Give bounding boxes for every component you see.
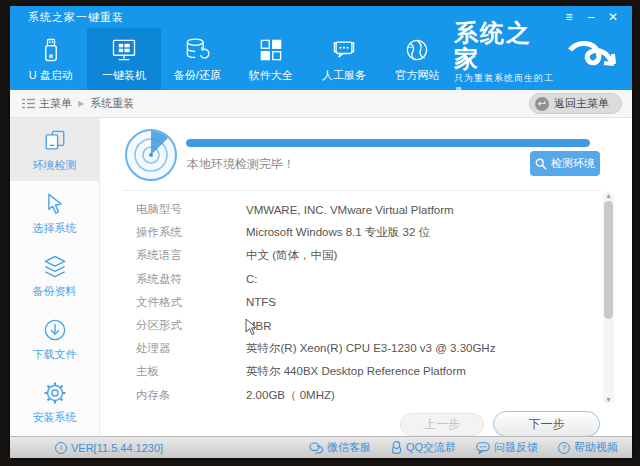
layers-icon [41,253,69,281]
system-info-table: 电脑型号 VMWARE, INC. VMware Virtual Platfor… [136,198,576,407]
sidebar-item-label: 环境检测 [33,158,77,173]
scroll-up-icon[interactable]: ▲ [603,192,614,200]
status-link-label: QQ交流群 [406,440,456,455]
nav-item-label: 备份/还原 [174,68,221,83]
qq-group-link[interactable]: QQ交流群 [391,440,456,455]
row-label: 电脑型号 [136,202,246,217]
nav-item-backup-restore[interactable]: 备份/还原 [161,28,234,90]
main-content: 本地环境检测完毕！ 检测环境 电脑型号 VMWARE, INC. VMware … [100,118,632,436]
previous-step-button[interactable]: 上一步 [400,413,484,436]
table-row: 主板 英特尔 440BX Desktop Reference Platform [136,360,576,383]
detect-environment-button[interactable]: 检测环境 [530,151,600,176]
status-link-label: 帮助视频 [574,440,618,455]
wechat-icon [309,442,323,454]
sidebar-item-backup-data[interactable]: 备份资料 [10,244,99,307]
sidebar-item-label: 选择系统 [33,221,77,236]
minimize-icon[interactable]: – [580,8,602,26]
support-chat-icon [330,35,358,65]
nav-item-label: 软件大全 [249,68,293,83]
row-label: 操作系统 [136,225,246,240]
statusbar: i VER[11.5.44.1230] 微信客服 [10,436,632,458]
sidebar: 环境检测 选择系统 备份资料 [10,118,100,436]
table-row: 处理器 英特尔(R) Xeon(R) CPU E3-1230 v3 @ 3.30… [136,337,576,360]
scrollbar-thumb[interactable] [604,201,613,319]
sidebar-item-label: 备份资料 [33,284,77,299]
nav-item-label: 官方网站 [395,68,439,83]
menu-icon[interactable]: ≡ [558,8,580,26]
scroll-down-icon[interactable]: ▼ [603,396,614,404]
version-text: VER[11.5.44.1230] [71,442,163,454]
detection-progress-fill [186,139,590,147]
sidebar-item-select-system[interactable]: 选择系统 [10,181,99,244]
sidebar-item-label: 安装系统 [33,410,77,425]
usb-drive-icon [37,35,65,65]
table-row: 文件格式 NTFS [136,291,576,314]
next-step-button[interactable]: 下一步 [493,411,600,437]
breadcrumb-root[interactable]: 主菜单 [39,96,72,111]
globe-icon [403,35,431,65]
sidebar-item-download-files[interactable]: 下载文件 [10,307,99,370]
screens-icon [41,127,69,155]
database-restore-icon [183,35,211,65]
download-icon [41,316,69,344]
table-row: 分区形式 MBR [136,314,576,337]
app-window: 系统之家一键重装 ≡ – ✕ U 盘启动 [10,6,632,458]
table-row: 内存条 2.00GB（ 0MHZ) [136,384,576,407]
section-divider [124,190,602,191]
breadcrumb-separator-icon: ▶ [78,99,84,108]
table-row: 电脑型号 VMWARE, INC. VMware Virtual Platfor… [136,198,576,221]
sidebar-item-install-system[interactable]: 安装系统 [10,370,99,433]
nav-item-usb-boot[interactable]: U 盘启动 [14,28,87,90]
main-nav: U 盘启动 一键装机 [10,28,632,90]
gear-icon [41,379,69,407]
nav-item-support[interactable]: 人工服务 [307,28,380,90]
row-label: 主板 [136,364,246,379]
help-video-link[interactable]: ? 帮助视频 [558,440,618,455]
breadcrumb: 主菜单 ▶ 系统重装 ↩ 返回主菜单 [10,90,632,118]
nav-item-label: U 盘启动 [29,68,73,83]
help-icon: ? [558,442,570,454]
detection-progress-bar [186,139,590,147]
nav-item-one-key-install[interactable]: 一键装机 [87,28,160,90]
detection-status-text: 本地环境检测完毕！ [187,156,295,173]
info-icon: i [55,442,67,454]
feedback-bubble-icon [476,442,490,454]
row-label: 文件格式 [136,295,246,310]
brand-swoosh-icon [564,38,622,80]
software-grid-icon [257,35,285,65]
radar-icon [124,128,178,182]
wechat-service-link[interactable]: 微信客服 [309,440,371,455]
row-value: NTFS [246,296,276,308]
row-label: 系统语言 [136,248,246,263]
feedback-link[interactable]: 问题反馈 [476,440,538,455]
back-arrow-icon: ↩ [535,97,549,111]
close-icon[interactable]: ✕ [602,8,624,26]
detect-button-label: 检测环境 [551,156,595,171]
row-value: C: [246,273,258,285]
row-value: 英特尔(R) Xeon(R) CPU E3-1230 v3 @ 3.30GHz [246,341,495,356]
row-label: 内存条 [136,388,246,403]
cursor-icon [41,190,69,218]
row-value: VMWARE, INC. VMware Virtual Platform [246,204,454,216]
row-label: 分区形式 [136,318,246,333]
table-row: 系统盘符 C: [136,268,576,291]
version-info: i VER[11.5.44.1230] [55,442,163,454]
nav-item-website[interactable]: 官方网站 [381,28,454,90]
nav-item-software[interactable]: 软件大全 [234,28,307,90]
row-value: Microsoft Windows 8.1 专业版 32 位 [246,225,430,240]
row-value: 中文 (简体，中国) [246,248,337,263]
sidebar-item-label: 下载文件 [33,347,77,362]
row-value: 英特尔 440BX Desktop Reference Platform [246,364,466,379]
table-row: 系统语言 中文 (简体，中国) [136,244,576,267]
back-button-label: 返回主菜单 [554,96,609,111]
vertical-scrollbar[interactable]: ▲ ▼ [603,192,614,404]
qq-penguin-icon [391,441,402,454]
row-value: 2.00GB（ 0MHZ) [246,388,335,403]
brand-logo: 系统之家 只为重装系统而生的工具 [454,28,632,90]
sidebar-item-env-check[interactable]: 环境检测 [10,118,99,181]
row-label: 处理器 [136,341,246,356]
status-link-label: 微信客服 [327,440,371,455]
nav-item-label: 人工服务 [322,68,366,83]
status-link-label: 问题反馈 [494,440,538,455]
return-main-menu-button[interactable]: ↩ 返回主菜单 [529,93,622,114]
